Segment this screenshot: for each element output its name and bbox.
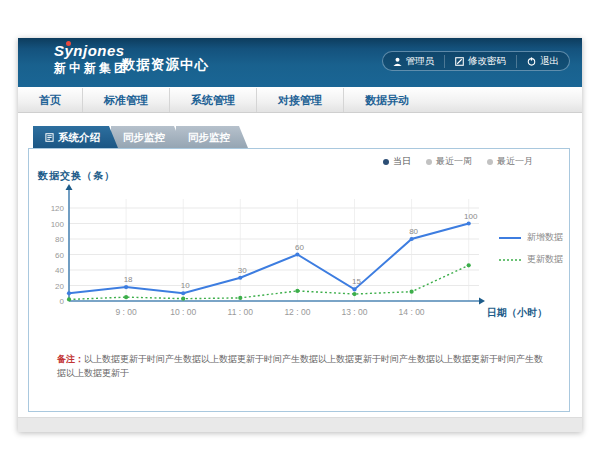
svg-text:40: 40 (55, 266, 64, 275)
change-password-button[interactable]: 修改密码 (444, 55, 516, 68)
svg-text:15: 15 (352, 277, 361, 286)
svg-text:12 : 00: 12 : 00 (284, 307, 310, 317)
tab-sync-monitor-2[interactable]: 同步监控 (176, 126, 248, 148)
tab-label: 同步监控 (188, 126, 230, 148)
power-icon (527, 57, 536, 66)
svg-text:11 : 00: 11 : 00 (228, 307, 254, 317)
filter-label: 最近一周 (436, 155, 472, 168)
chart-panel: 当日 最近一周 最近一月 数据交换（条） 0204060801001209 : … (28, 148, 570, 412)
solid-line-icon (499, 236, 521, 240)
footnote-prefix: 备注： (57, 354, 84, 364)
logo-company-name: 新中新集团 (54, 62, 129, 74)
current-user-label: 管理员 (406, 55, 435, 68)
logout-label: 退出 (540, 55, 559, 68)
tab-label: 同步监控 (123, 126, 165, 148)
filter-label: 最近一月 (497, 155, 533, 168)
brand-logo: Synjones 新中新集团 (54, 43, 129, 74)
svg-text:14 : 00: 14 : 00 (399, 307, 425, 317)
legend-item-new-data[interactable]: 新增数据 (499, 231, 563, 244)
svg-text:80: 80 (409, 227, 418, 236)
svg-text:100: 100 (464, 212, 478, 221)
tab-sync-monitor-1[interactable]: 同步监控 (111, 126, 183, 148)
footnote-text: 以上数据更新于时间产生数据以上数据更新于时间产生数据以上数据更新于时间产生数据以… (57, 354, 543, 378)
svg-text:13 : 00: 13 : 00 (342, 307, 368, 317)
header-actions: 管理员 修改密码 退出 (382, 51, 571, 71)
legend-label: 新增数据 (527, 231, 563, 244)
nav-item-standard-mgmt[interactable]: 标准管理 (82, 88, 169, 112)
svg-text:120: 120 (51, 204, 65, 213)
app-window: Synjones 新中新集团 数据资源中心 管理员 修改密码 退出 首页 标准管… (18, 38, 582, 432)
svg-text:9 : 00: 9 : 00 (115, 307, 137, 317)
document-icon (45, 133, 54, 142)
dotted-line-icon (499, 258, 521, 262)
svg-text:30: 30 (238, 266, 247, 275)
filter-label: 当日 (393, 155, 411, 168)
tab-bar: 系统介绍 同步监控 同步监控 (33, 126, 241, 148)
svg-text:100: 100 (51, 220, 65, 229)
svg-text:80: 80 (55, 235, 64, 244)
main-nav: 首页 标准管理 系统管理 对接管理 数据异动 (18, 87, 582, 113)
logo-wordmark: Synjones (54, 43, 125, 58)
logo-red-dot-icon (66, 41, 71, 46)
tab-system-intro[interactable]: 系统介绍 (33, 126, 118, 148)
filter-today[interactable]: 当日 (383, 155, 411, 168)
user-icon (393, 57, 402, 66)
filter-last-month[interactable]: 最近一月 (487, 155, 533, 168)
nav-item-home[interactable]: 首页 (18, 88, 82, 112)
filter-last-week[interactable]: 最近一周 (426, 155, 472, 168)
current-user-button[interactable]: 管理员 (383, 55, 445, 68)
svg-text:60: 60 (55, 251, 64, 260)
change-password-label: 修改密码 (468, 55, 506, 68)
svg-text:10: 10 (181, 281, 190, 290)
edit-icon (455, 57, 464, 66)
legend-item-update-data[interactable]: 更新数据 (499, 253, 563, 266)
footnote: 备注：以上数据更新于时间产生数据以上数据更新于时间产生数据以上数据更新于时间产生… (57, 353, 549, 380)
svg-text:0: 0 (60, 297, 65, 306)
nav-item-interface-mgmt[interactable]: 对接管理 (256, 88, 343, 112)
svg-text:60: 60 (295, 243, 304, 252)
nav-item-system-mgmt[interactable]: 系统管理 (169, 88, 256, 112)
logout-button[interactable]: 退出 (516, 55, 569, 68)
radio-dot-icon (383, 159, 389, 165)
chart-range-filters: 当日 最近一周 最近一月 (383, 155, 533, 168)
window-footer-strip (18, 417, 582, 432)
svg-text:日期（小时）: 日期（小时） (487, 307, 547, 318)
nav-item-data-change[interactable]: 数据异动 (343, 88, 430, 112)
y-axis-title: 数据交换（条） (38, 169, 115, 183)
chart-legend: 新增数据 更新数据 (499, 231, 563, 275)
radio-dot-icon (426, 159, 432, 165)
legend-label: 更新数据 (527, 253, 563, 266)
header: Synjones 新中新集团 数据资源中心 管理员 修改密码 退出 (18, 38, 582, 87)
tab-label: 系统介绍 (58, 126, 100, 148)
line-chart: 0204060801001209 : 0010 : 0011 : 0012 : … (29, 183, 571, 333)
radio-dot-icon (487, 159, 493, 165)
page-title: 数据资源中心 (122, 56, 209, 74)
svg-text:20: 20 (55, 282, 64, 291)
svg-text:10 : 00: 10 : 00 (170, 307, 196, 317)
svg-text:18: 18 (124, 275, 133, 284)
